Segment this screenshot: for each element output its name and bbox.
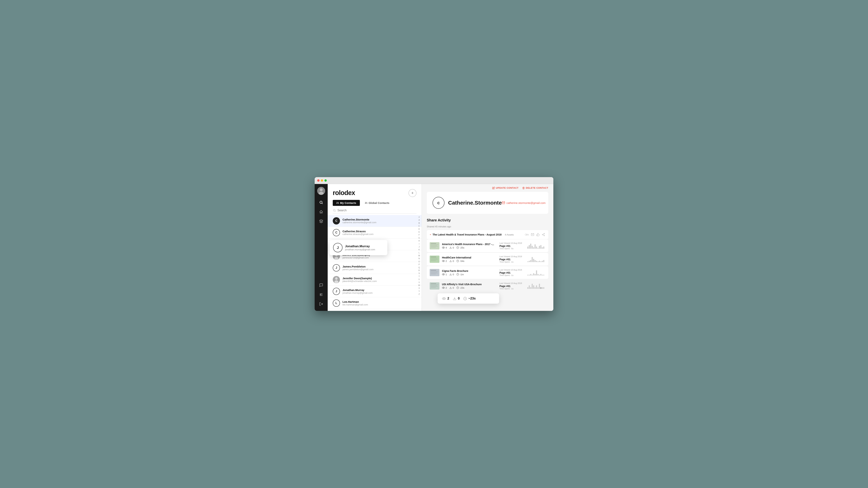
- svg-marker-5: [319, 220, 323, 221]
- svg-rect-48: [431, 257, 436, 257]
- alphabet-letter[interactable]: W: [418, 284, 420, 287]
- sidebar-home-icon[interactable]: [317, 208, 325, 216]
- popup-clock-icon: [463, 297, 467, 300]
- contact-item[interactable]: J Jonathan.Murray jonathan.murray@gmail.…: [328, 286, 422, 297]
- tab-my-contacts[interactable]: 21 My Contacts: [333, 200, 360, 206]
- edit-icon: [492, 187, 495, 189]
- contact-item[interactable]: C Catherine.Strauss catherine.strauss@gm…: [328, 227, 422, 238]
- contact-name: Lee.Hartman: [342, 300, 416, 303]
- alphabet-letter[interactable]: #: [418, 216, 420, 219]
- svg-point-21: [544, 233, 545, 234]
- tab-global-contacts[interactable]: 21 Global Contacts: [361, 200, 393, 206]
- alphabet-letter[interactable]: Y: [418, 290, 420, 293]
- alphabet-letter[interactable]: T: [418, 275, 420, 278]
- svg-line-4: [322, 203, 322, 204]
- alphabet-letter[interactable]: B: [418, 222, 420, 225]
- svg-rect-85: [539, 275, 540, 275]
- svg-point-18: [334, 280, 338, 283]
- alphabet-letter[interactable]: X: [418, 287, 420, 290]
- svg-rect-80: [532, 275, 533, 275]
- eye-icon: [442, 287, 445, 289]
- svg-rect-91: [431, 285, 438, 285]
- contact-info: Jennifer Deen(Sample) jdeen84@schneider-…: [342, 277, 416, 283]
- alphabet-letter[interactable]: F: [418, 233, 420, 236]
- sidebar-settings-icon[interactable]: [317, 291, 325, 299]
- alphabet-letter[interactable]: O: [418, 260, 420, 263]
- alphabet-letter[interactable]: K: [418, 248, 420, 251]
- svg-rect-29: [431, 245, 437, 246]
- alphabet-letter[interactable]: C: [418, 225, 420, 227]
- alphabet-letter[interactable]: P: [418, 263, 420, 266]
- sidebar-chat-icon[interactable]: [317, 281, 325, 289]
- sidebar-layers-icon[interactable]: [317, 217, 325, 225]
- contact-card-name: Catherine.Stormonte: [448, 200, 502, 206]
- activity-stats: 2 0 -54s: [442, 260, 497, 262]
- svg-rect-37: [530, 243, 531, 249]
- share-icon[interactable]: [542, 233, 545, 236]
- activity-thumb: [430, 256, 439, 263]
- email-action-icon[interactable]: [531, 233, 534, 236]
- add-contact-button[interactable]: +: [408, 189, 416, 197]
- alphabet-index[interactable]: #ABCDEFGHIJKLMNOPQRSTUVWXYZ: [418, 215, 420, 296]
- contact-email: jdeen84@schneider-electric.com: [342, 280, 416, 283]
- contact-card-email: catherine.stormonte@gmail.com: [502, 201, 546, 204]
- activity-stats: 4 0 -25s: [442, 246, 497, 249]
- contact-item[interactable]: Jennifer Deen(Sample) jdeen84@schneider-…: [328, 274, 422, 286]
- sidebar-search-icon[interactable]: [317, 198, 325, 206]
- alphabet-letter[interactable]: E: [418, 231, 420, 233]
- views-stat: 1: [442, 273, 447, 276]
- thumbsup-icon[interactable]: [536, 233, 539, 236]
- svg-rect-69: [431, 270, 436, 270]
- clock-icon: [457, 287, 459, 289]
- svg-point-74: [443, 274, 444, 275]
- alphabet-letter[interactable]: U: [418, 278, 420, 281]
- svg-rect-51: [431, 260, 438, 260]
- alphabet-letter[interactable]: I: [419, 242, 420, 245]
- delete-contact-button[interactable]: DELETE CONTACT: [522, 187, 548, 189]
- contact-name: Catherine.Strauss: [342, 230, 416, 233]
- eye-icon: [442, 247, 445, 249]
- alphabet-letter[interactable]: L: [418, 252, 420, 254]
- contact-item[interactable]: L Lee.Hartman lee.hartman@gmail.com: [328, 297, 422, 309]
- svg-rect-71: [431, 272, 437, 272]
- download-icon: [450, 246, 452, 249]
- alphabet-letter[interactable]: Z: [418, 293, 420, 295]
- share-time: -3m: [524, 233, 529, 236]
- contact-item[interactable]: J James.Pembleton james.pembleton@gmail.…: [328, 262, 422, 274]
- alphabet-letter[interactable]: A: [418, 219, 420, 221]
- close-button[interactable]: [317, 179, 319, 182]
- contact-item[interactable]: C Catherine.Stormonte catherine.stormont…: [328, 215, 422, 227]
- alphabet-letter[interactable]: Q: [418, 266, 420, 269]
- alphabet-letter[interactable]: D: [418, 228, 420, 230]
- svg-rect-35: [527, 247, 528, 249]
- contact-avatar: C: [333, 217, 340, 225]
- sidebar-logout-icon[interactable]: [317, 300, 325, 308]
- share-entry-left: The Latest Health & Travel Insurance Pla…: [430, 233, 514, 236]
- svg-rect-105: [537, 287, 538, 289]
- alphabet-letter[interactable]: M: [418, 254, 420, 257]
- alphabet-letter[interactable]: V: [418, 281, 420, 284]
- maximize-button[interactable]: [324, 179, 327, 182]
- share-doc-title: The Latest Health & Travel Insurance Pla…: [433, 233, 502, 236]
- alphabet-letter[interactable]: J: [418, 246, 420, 248]
- alphabet-letter[interactable]: G: [418, 236, 420, 239]
- svg-rect-43: [539, 246, 540, 249]
- update-contact-button[interactable]: UPDATE CONTACT: [492, 187, 519, 189]
- alphabet-letter[interactable]: N: [418, 257, 420, 260]
- page-num: Page #01: [499, 285, 525, 288]
- svg-rect-99: [529, 285, 530, 289]
- minimize-button[interactable]: [321, 179, 323, 182]
- alphabet-letter[interactable]: R: [418, 269, 420, 272]
- svg-rect-28: [431, 245, 438, 245]
- trash-icon: [522, 187, 525, 189]
- avatar[interactable]: [317, 187, 325, 195]
- alphabet-letter[interactable]: H: [418, 239, 420, 242]
- views-stat: 2: [442, 287, 447, 289]
- time-spent: Time Spent: -1s: [499, 274, 525, 276]
- search-input[interactable]: [336, 209, 416, 212]
- svg-rect-107: [540, 287, 541, 289]
- app-title: rolodex: [333, 189, 355, 197]
- svg-rect-31: [431, 247, 436, 248]
- eye-icon: [442, 260, 445, 262]
- alphabet-letter[interactable]: S: [418, 272, 420, 275]
